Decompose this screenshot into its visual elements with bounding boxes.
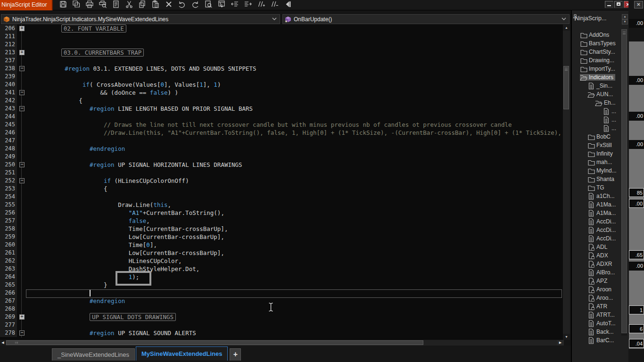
tree-item-shanta[interactable]: Shanta (572, 175, 621, 183)
toolbar-cut-button[interactable] (124, 1, 133, 10)
code-line[interactable]: 267#endregion (0, 297, 563, 305)
code-line[interactable]: 245// Draws the line not till next cross… (0, 121, 563, 129)
fold-collapse-toggle[interactable]: − (19, 66, 25, 71)
code-text[interactable]: { (27, 97, 563, 105)
tree-item-accdi[interactable]: AccDi... (572, 234, 621, 243)
fold-collapse-toggle[interactable]: − (19, 106, 25, 111)
code-line[interactable]: 243−#region LINE LENGTH BASED ON PRIOR S… (0, 105, 563, 113)
vertical-scrollbar[interactable]: ▲ ▼ (563, 25, 570, 340)
code-line[interactable]: 261Low[CurrentBar-crossBarUp], (0, 249, 563, 257)
tree-item-adl[interactable]: ADL (572, 243, 621, 251)
code-line[interactable]: 240if( CrossAbove(Values[0], Values[1], … (0, 81, 563, 89)
code-text[interactable]: #endregion (27, 297, 563, 305)
tree-item-infinity[interactable]: Infinity (572, 149, 621, 158)
code-text[interactable]: //Draw.Line(this, "A1"+CurrentBar.ToStri… (27, 129, 563, 137)
code-line[interactable]: 257false, (0, 217, 563, 225)
code-line[interactable]: 250−#region UP SIGNAL HORIZONTAL LINES D… (0, 161, 563, 169)
collapsed-region-box[interactable]: UP SIGNAL DOTS DRAWINGS (90, 313, 176, 321)
fold-collapse-toggle[interactable]: − (19, 90, 25, 95)
code-line[interactable]: 268 (0, 305, 563, 313)
code-text[interactable] (27, 305, 563, 313)
fold-collapse-toggle[interactable]: − (19, 162, 25, 167)
tree-item-_sin[interactable]: _Sin... (572, 82, 621, 90)
code-line[interactable]: 244 (0, 113, 563, 121)
tree-item-tg[interactable]: TG (572, 183, 621, 192)
code-line[interactable]: 241−&& (doOnce == false) ) (0, 89, 563, 97)
code-text[interactable] (27, 137, 563, 145)
tree-item-aroon[interactable]: Aroon (572, 285, 621, 294)
code-line[interactable]: 2641); (0, 273, 563, 281)
tree-item-[interactable]: ... (572, 115, 621, 124)
tree-scrollbar-thumb[interactable] (621, 29, 627, 333)
code-text[interactable] (27, 41, 563, 49)
document-tab-mysinewaveextendedlines[interactable]: MySineWaveExtendedLines (136, 346, 228, 361)
collapsed-region-box[interactable]: 02. FONT VARIABLE (61, 25, 126, 33)
tree-item-fxstill[interactable]: FxStill (572, 141, 621, 149)
member-dropdown[interactable]: OnBarUpdate() (282, 14, 570, 24)
code-text[interactable] (27, 153, 563, 161)
minimize-button[interactable] (605, 1, 613, 8)
code-text[interactable]: false, (27, 217, 563, 225)
toolbar-paste-button[interactable] (151, 1, 160, 10)
code-line[interactable]: 259Low[CurrentBar-crossBarUp], (0, 233, 563, 241)
code-text[interactable]: && (doOnce == false) ) (27, 89, 563, 97)
tree-item-indicators[interactable]: Indicators (572, 73, 621, 82)
code-line[interactable]: 239 (0, 73, 563, 81)
tree-item-a1ma[interactable]: A1Ma... (572, 200, 621, 209)
toolbar-uncomment-selection-button[interactable] (270, 1, 279, 10)
tree-item-apz[interactable]: APZ (572, 277, 621, 285)
horizontal-scrollbar[interactable]: ◀ ▶ (0, 340, 564, 346)
tree-item-mah[interactable]: mah... (572, 158, 621, 166)
code-line[interactable]: 248#endregion (0, 145, 563, 153)
scroll-left-arrow-icon[interactable]: ◀ (0, 340, 6, 346)
scroll-down-arrow-icon[interactable]: ▼ (563, 334, 570, 340)
code-text[interactable] (27, 169, 563, 177)
panel-scroll-down-button[interactable]: ▼ (622, 19, 628, 25)
tree-item-bobc[interactable]: BobC (572, 132, 621, 141)
code-line[interactable]: 206+02. FONT VARIABLE (0, 25, 563, 33)
background-close-button[interactable]: ✕ (634, 1, 643, 8)
pin-icon[interactable] (572, 14, 578, 23)
code-line[interactable]: 265} (0, 281, 563, 289)
code-line[interactable]: 251 (0, 169, 563, 177)
maximize-button[interactable] (614, 1, 623, 8)
tree-item-[interactable]: ... (572, 107, 621, 115)
scroll-up-arrow-icon[interactable]: ▲ (563, 25, 570, 31)
toolbar-format-document-button[interactable] (111, 1, 120, 10)
tree-scrollbar[interactable] (621, 29, 627, 336)
fold-collapse-toggle[interactable]: − (19, 330, 25, 336)
tree-item-eh[interactable]: Eh... (572, 99, 621, 107)
toolbar-compile-button[interactable] (217, 1, 226, 10)
fold-expand-toggle[interactable]: + (19, 50, 25, 55)
code-line[interactable]: 260Time[0], (0, 241, 563, 249)
code-editor[interactable]: 206+02. FONT VARIABLE211212213+03.0. CUR… (0, 25, 563, 340)
code-line[interactable]: 256"A1"+CurrentBar.ToString(), (0, 209, 563, 217)
code-text[interactable]: { (27, 185, 563, 193)
code-text[interactable]: HLinesCUpColor, (27, 257, 563, 265)
toolbar-save-all-button[interactable] (72, 1, 81, 10)
fold-collapse-toggle[interactable]: − (19, 178, 25, 183)
add-tab-button[interactable]: + (230, 348, 241, 361)
tree-item-drawing[interactable]: Drawing... (572, 56, 621, 65)
tree-item-a1ch[interactable]: a1Ch... (572, 192, 621, 200)
document-tab--sinewaveextendedlines[interactable]: _SineWaveExtendedLines (52, 348, 135, 361)
toolbar-outdent-button[interactable] (230, 1, 239, 10)
code-text[interactable]: Low[CurrentBar-crossBarUp], (27, 249, 563, 257)
fold-expand-toggle[interactable]: + (19, 26, 25, 31)
code-text[interactable] (27, 33, 563, 41)
code-text[interactable]: 02. FONT VARIABLE (27, 25, 563, 33)
code-text[interactable]: #region UP SIGNAL SOUND ALERTS (27, 329, 563, 337)
fold-expand-toggle[interactable]: + (19, 314, 25, 320)
code-line[interactable]: 238−#region 03.1. EXTENDED LINES, DOTS A… (0, 65, 563, 73)
code-text[interactable]: "A1"+CurrentBar.ToString(), (27, 209, 563, 217)
panel-scroll-up-button[interactable]: ▲ (622, 14, 628, 19)
code-line[interactable]: 254 (0, 193, 563, 201)
code-line[interactable]: 277 (0, 321, 563, 329)
tree-item-myind[interactable]: MyInd... (572, 166, 621, 175)
code-line[interactable]: 253{ (0, 185, 563, 193)
code-line[interactable]: 249 (0, 153, 563, 161)
toolbar-print-preview-button[interactable] (98, 1, 107, 10)
code-text[interactable]: 03.0. CURRENTBARS TRAP (27, 49, 563, 57)
toolbar-print-button[interactable] (85, 1, 94, 10)
code-text[interactable] (27, 57, 563, 65)
